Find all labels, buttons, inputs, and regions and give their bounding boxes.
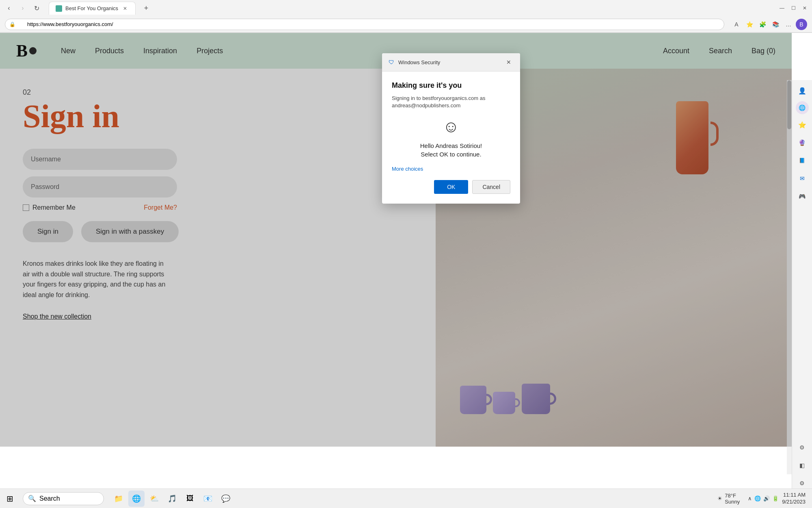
maximize-button[interactable]: ☐ [789, 4, 797, 12]
tray-battery[interactable]: 🔋 [772, 495, 779, 501]
shield-icon: 🛡 [389, 59, 395, 65]
translate-button[interactable]: A [731, 19, 742, 30]
browser-actions: A ⭐ 🧩 📚 … B [731, 19, 807, 30]
taskbar-search-text: Search [39, 495, 60, 502]
sidebar-profile-icon[interactable]: 👤 [795, 83, 810, 98]
dialog-close-button[interactable]: ✕ [504, 57, 514, 67]
weather-temp: 78°F [725, 493, 740, 499]
tab-favicon [56, 5, 62, 12]
taskbar-date-text: 9/21/2023 [782, 499, 806, 506]
more-choices-link[interactable]: More choices [392, 166, 510, 172]
menu-button[interactable]: … [783, 19, 794, 30]
taskbar-search-icon: 🔍 [28, 495, 36, 502]
close-button[interactable]: ✕ [801, 4, 809, 12]
sidebar-copilot-icon[interactable]: 🌐 [796, 101, 809, 114]
face-icon: ☺ [392, 117, 510, 136]
weather-widget: ☀ 78°F Sunny [713, 493, 745, 505]
weather-info: 78°F Sunny [725, 493, 740, 505]
tab-close-button[interactable]: ✕ [121, 5, 129, 12]
lock-icon: 🔒 [9, 22, 15, 27]
tray-volume[interactable]: 🔊 [763, 495, 770, 501]
dialog-cancel-button[interactable]: Cancel [472, 180, 510, 194]
windows-security-dialog: 🛡 Windows Security ✕ Making sure it's yo… [382, 53, 520, 204]
tab-title: Best For You Organics [65, 5, 118, 11]
new-tab-button[interactable]: + [140, 2, 152, 14]
edge-sidebar: 👤 🌐 ⭐ 🔮 📘 ✉ 🎮 ⚙ ◧ ⚙ [792, 80, 812, 494]
sidebar-history-icon[interactable]: 🔮 [795, 135, 810, 150]
title-bar: ‹ › ↻ Best For You Organics ✕ + — ☐ ✕ [0, 0, 812, 16]
taskbar-copilot[interactable]: 🎵 [164, 491, 180, 507]
dialog-ok-button[interactable]: OK [434, 180, 468, 194]
taskbar-edge[interactable]: 🌐 [128, 491, 145, 507]
sidebar-games-icon[interactable]: 🎮 [795, 189, 810, 204]
browser-tab[interactable]: Best For You Organics ✕ [49, 2, 136, 15]
collections-button[interactable]: 📚 [770, 19, 781, 30]
reload-button[interactable]: ↻ [31, 2, 42, 14]
start-button[interactable]: ⊞ [0, 489, 19, 508]
dialog-body: Making sure it's you Signing in to bestf… [382, 72, 520, 204]
dialog-heading: Making sure it's you [392, 81, 510, 90]
dialog-greeting: Hello Andreas Sotiriou! [392, 142, 510, 149]
taskbar: ⊞ 🔍 Search 📁 🌐 ⛅ 🎵 🖼 📧 💬 ☀ 78°F Sunny ∧ … [0, 488, 812, 508]
url-input[interactable]: 🔒 https://www.bestforyouorganics.com/ [5, 19, 724, 30]
sidebar-tools-icon[interactable]: ⚙ [795, 440, 810, 455]
dialog-instruction: Select OK to continue. [392, 151, 510, 158]
taskbar-right: ☀ 78°F Sunny ∧ 🌐 🔊 🔋 11:11 AM 9/21/2023 [713, 492, 812, 506]
copilot-button[interactable]: B [796, 19, 807, 30]
address-bar: 🔒 https://www.bestforyouorganics.com/ A … [0, 16, 812, 33]
tray-network[interactable]: 🌐 [754, 495, 761, 501]
dialog-title-left: 🛡 Windows Security [389, 59, 440, 65]
taskbar-file-explorer[interactable]: 📁 [110, 491, 127, 507]
dialog-title: Windows Security [398, 59, 440, 65]
url-text: https://www.bestforyouorganics.com/ [18, 21, 113, 27]
extensions-button[interactable]: 🧩 [757, 19, 768, 30]
weather-desc: Sunny [725, 499, 740, 505]
dialog-overlay: 🛡 Windows Security ✕ Making sure it's yo… [0, 33, 792, 447]
main-area: B New Products Inspiration Projects Acco… [0, 33, 812, 494]
taskbar-teams[interactable]: 💬 [218, 491, 234, 507]
taskbar-time-text: 11:11 AM [782, 492, 806, 499]
taskbar-mail[interactable]: 📧 [200, 491, 216, 507]
sidebar-favorites-icon[interactable]: ⭐ [795, 117, 810, 132]
dialog-titlebar: 🛡 Windows Security ✕ [382, 53, 520, 72]
taskbar-pinned-apps: 📁 🌐 ⛅ 🎵 🖼 📧 💬 [110, 491, 234, 507]
taskbar-tray: ∧ 🌐 🔊 🔋 [748, 495, 779, 501]
taskbar-clock[interactable]: 11:11 AM 9/21/2023 [782, 492, 806, 506]
sidebar-outlook-icon[interactable]: ✉ [795, 171, 810, 186]
favorites-button[interactable]: ⭐ [744, 19, 755, 30]
website: B New Products Inspiration Projects Acco… [0, 33, 792, 447]
window-controls: ‹ › ↻ [3, 2, 42, 14]
weather-icon: ☀ [717, 495, 722, 501]
sidebar-collections-icon[interactable]: 📘 [795, 153, 810, 168]
tray-up-arrow[interactable]: ∧ [748, 495, 752, 501]
taskbar-search[interactable]: 🔍 Search [23, 492, 104, 505]
minimize-button[interactable]: — [778, 4, 786, 12]
back-button[interactable]: ‹ [3, 2, 15, 14]
taskbar-weather[interactable]: ⛅ [146, 491, 162, 507]
taskbar-photos[interactable]: 🖼 [182, 491, 198, 507]
browser-chrome: ‹ › ↻ Best For You Organics ✕ + — ☐ ✕ 🔒 … [0, 0, 812, 33]
dialog-buttons: OK Cancel [392, 180, 510, 194]
forward-button[interactable]: › [17, 2, 28, 14]
dialog-subtitle: Signing in to bestforyouorganics.com asa… [392, 95, 510, 109]
sidebar-collapse-icon[interactable]: ◧ [795, 458, 810, 473]
